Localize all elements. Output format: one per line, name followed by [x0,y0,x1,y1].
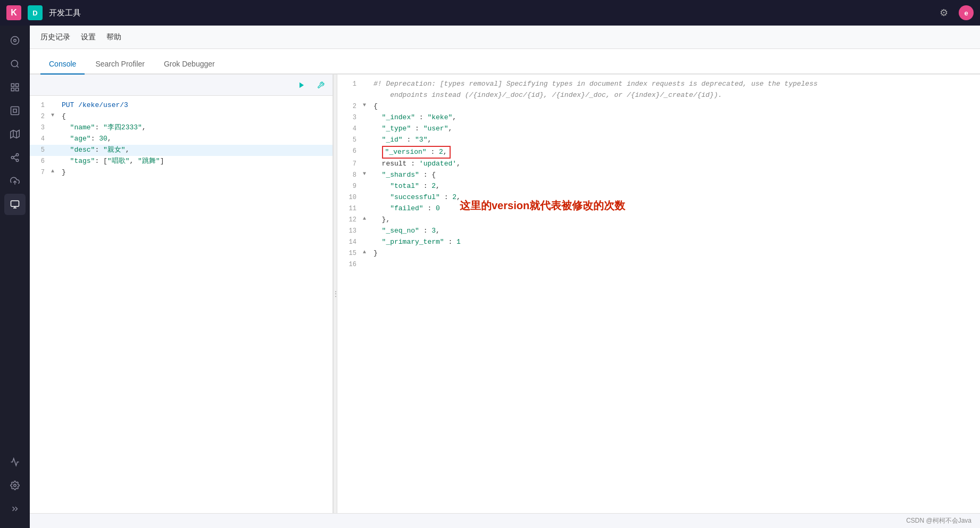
svg-rect-5 [16,84,19,86]
output-line-12: 12 ▲ }, [337,214,980,226]
subnav-help[interactable]: 帮助 [106,30,121,44]
svg-rect-4 [11,84,14,86]
sidebar-item-uploader[interactable] [4,170,26,192]
svg-point-21 [14,484,16,487]
output-line-3: 3 "_index" : "keke", [337,112,980,123]
editor-line-3: 3 "name": "李四2333", [30,122,333,134]
svg-rect-7 [11,88,14,91]
svg-point-14 [16,159,19,162]
editor-line-1: 1 PUT /keke/user/3 [30,100,333,111]
output-line-11: 11 "failed" : 0 [337,203,980,214]
sidebar-item-graph[interactable] [4,147,26,168]
editor-line-2: 2 ▼ { [30,111,333,122]
svg-line-3 [16,65,18,67]
content-area: 历史记录 设置 帮助 Console Search Profiler Grok … [30,26,980,528]
svg-rect-8 [11,107,19,115]
kibana-logo: K [6,5,21,20]
sub-nav: 历史记录 设置 帮助 [30,26,980,49]
user-avatar[interactable]: e [959,5,974,20]
top-bar: K D 开发工具 ⚙ e [0,0,980,26]
output-line-15: 15 ▲ } [337,248,980,259]
svg-point-0 [11,37,19,45]
sidebar-item-maps[interactable] [4,123,26,145]
tab-console[interactable]: Console [40,54,85,75]
bottom-bar: CSDN @柯柯不会Java [30,513,980,528]
output-line-10: 10 "successful" : 2, [337,192,980,203]
output-line-5: 5 "_id" : "3", [337,135,980,146]
code-editor[interactable]: 1 PUT /keke/user/3 2 ▼ { 3 "name": [30,96,333,513]
main-layout: 历史记录 设置 帮助 Console Search Profiler Grok … [0,26,980,528]
output-line-1: 1 #! Deprecation: [types removal] Specif… [337,79,980,101]
wrench-button[interactable] [313,78,328,93]
sidebar-item-expand[interactable] [4,498,26,519]
editor-right: 1 #! Deprecation: [types removal] Specif… [337,75,980,513]
sidebar-item-discover[interactable] [4,53,26,75]
run-button[interactable] [294,78,309,93]
output-line-14: 14 "_primary_term" : 1 [337,237,980,248]
subnav-settings[interactable]: 设置 [81,30,96,44]
subnav-history[interactable]: 历史记录 [40,30,70,44]
svg-point-12 [16,154,19,156]
svg-line-15 [13,158,16,160]
output-area: 1 #! Deprecation: [types removal] Specif… [337,75,980,513]
settings-icon[interactable]: ⚙ [935,4,952,21]
editor-line-6: 6 "tags": ["唱歌", "跳舞"] [30,156,333,167]
output-line-8: 8 ▼ "_shards" : { [337,170,980,181]
output-line-6: 6 "_version" : 2, [337,146,980,159]
output-line-16: 16 [337,259,980,270]
tab-search-profiler[interactable]: Search Profiler [87,54,153,75]
output-line-13: 13 "_seq_no" : 3, [337,226,980,237]
app-title: 开发工具 [49,8,929,18]
bottom-bar-text: CSDN @柯柯不会Java [906,516,971,525]
editor-area: 1 PUT /keke/user/3 2 ▼ { 3 "name": [30,75,980,513]
tab-bar: Console Search Profiler Grok Debugger [30,49,980,75]
svg-rect-18 [11,201,19,207]
sidebar-item-dashboard[interactable] [4,77,26,98]
app-icon: D [28,5,43,20]
top-bar-right: ⚙ e [935,4,974,21]
sidebar-item-canvas[interactable] [4,100,26,121]
editor-line-7: 7 ▲ } [30,167,333,178]
svg-line-16 [13,155,16,157]
svg-rect-6 [16,88,19,91]
output-line-4: 4 "_type" : "user", [337,123,980,135]
svg-point-1 [14,39,16,42]
svg-point-2 [11,60,18,67]
editor-line-5: 5 "desc": "親女", [30,145,333,156]
svg-marker-22 [300,82,304,88]
svg-marker-9 [11,130,20,138]
editor-left: 1 PUT /keke/user/3 2 ▼ { 3 "name": [30,75,333,513]
sidebar-item-home[interactable] [4,30,26,51]
output-line-2: 2 ▼ { [337,101,980,112]
output-line-7: 7 result : 'updated', [337,159,980,170]
output-line-9: 9 "total" : 2, [337,181,980,192]
editor-toolbar [30,75,333,96]
tab-grok-debugger[interactable]: Grok Debugger [155,54,223,75]
sidebar-item-monitoring[interactable] [4,451,26,473]
sidebar [0,26,30,528]
sidebar-item-settings[interactable] [4,475,26,496]
svg-point-13 [11,156,14,159]
split-divider[interactable]: ⋮ [333,75,337,513]
editor-line-4: 4 "age": 30, [30,134,333,145]
sidebar-item-devtools[interactable] [4,194,26,215]
